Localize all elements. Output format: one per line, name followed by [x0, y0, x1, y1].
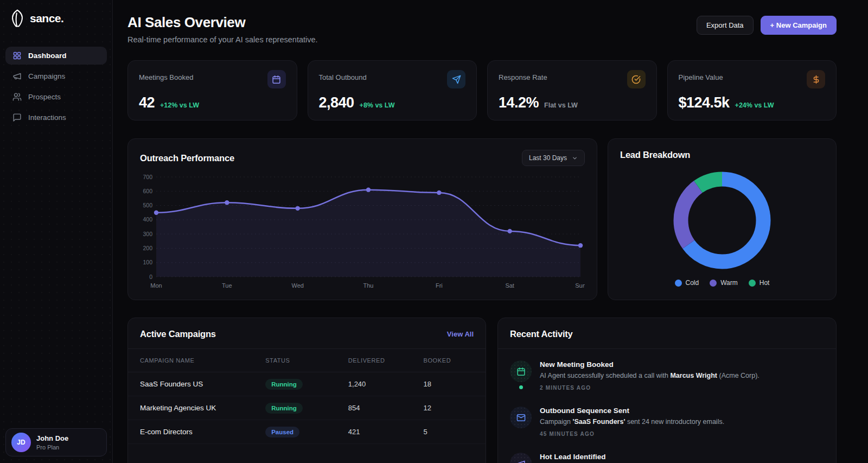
svg-text:Mon: Mon: [150, 282, 162, 289]
recent-activity-panel: Recent Activity New Meeting Booked AI Ag…: [497, 318, 837, 463]
kpi-value: 2,840: [319, 94, 354, 111]
megaphone-icon: [510, 453, 532, 463]
user-plan: Pro Plan: [36, 444, 68, 451]
sidebar: sance. Dashboard Campaigns: [0, 0, 113, 463]
page-title: AI Sales Overview: [127, 14, 318, 31]
status-badge: Running: [265, 379, 303, 390]
svg-text:Sat: Sat: [505, 282, 514, 289]
mail-icon: [510, 407, 532, 428]
kpi-card-pipeline-value: Pipeline Value $124.5k +24% vs LW: [667, 60, 837, 120]
booked-count: 18: [424, 380, 474, 388]
kpi-card-meetings-booked: Meetings Booked 42 +12% vs LW: [127, 60, 297, 120]
kpi-label: Meetings Booked: [139, 70, 193, 81]
svg-text:700: 700: [143, 174, 152, 180]
activity-description: AI Agent successfully scheduled a call w…: [540, 372, 760, 379]
status-badge: Running: [265, 403, 303, 414]
panel-title: Active Campaigns: [140, 329, 216, 339]
svg-text:Sun: Sun: [575, 282, 585, 289]
kpi-card-total-outbound: Total Outbound 2,840 +8% vs LW: [308, 60, 477, 120]
date-range-value: Last 30 Days: [529, 154, 567, 162]
column-header: STATUS: [265, 357, 348, 364]
booked-count: 12: [424, 404, 474, 412]
status-badge: Paused: [265, 427, 299, 437]
kpi-delta: +12% vs LW: [160, 102, 199, 109]
brand: sance.: [5, 8, 107, 28]
campaign-name: E-com Directors: [140, 428, 265, 436]
svg-text:500: 500: [143, 202, 152, 208]
brand-name: sance.: [30, 12, 63, 25]
campaign-name: SaaS Founders US: [140, 380, 265, 388]
calendar-icon: [267, 70, 286, 88]
live-indicator-dot: [519, 385, 523, 389]
export-data-button[interactable]: Export Data: [697, 16, 754, 35]
table-row[interactable]: SaaS Founders US Running 1,240 18: [128, 372, 486, 396]
activity-item: New Meeting Booked AI Agent successfully…: [510, 352, 824, 398]
svg-text:300: 300: [143, 231, 152, 237]
kpi-row: Meetings Booked 42 +12% vs LW Total Outb…: [127, 60, 837, 120]
sidebar-item-interactions[interactable]: Interactions: [5, 109, 107, 126]
activity-timestamp: 45 MINUTES AGO: [540, 431, 724, 437]
user-name: John Doe: [36, 434, 68, 442]
svg-text:100: 100: [143, 259, 152, 265]
sidebar-nav: Dashboard Campaigns Prospects: [5, 47, 107, 126]
check-circle-icon: [627, 70, 646, 88]
table-row[interactable]: E-com Directors Paused 421 5: [128, 420, 486, 444]
activity-item: Hot Lead Identified Positive response re…: [510, 445, 824, 463]
lead-breakdown-donut-chart: [672, 170, 773, 271]
kpi-value: 42: [139, 94, 155, 111]
new-campaign-button[interactable]: + New Campaign: [761, 16, 837, 35]
user-profile-card[interactable]: JD John Doe Pro Plan: [5, 428, 107, 456]
sidebar-item-dashboard[interactable]: Dashboard: [5, 47, 107, 65]
chart-title: Lead Breakdown: [620, 150, 690, 160]
kpi-label: Pipeline Value: [679, 70, 723, 81]
svg-text:Fri: Fri: [436, 282, 443, 289]
kpi-delta: +8% vs LW: [360, 102, 395, 109]
activity-description: Campaign 'SaaS Founders' sent 24 new int…: [540, 418, 724, 426]
delivered-count: 1,240: [348, 380, 424, 388]
avatar: JD: [11, 433, 31, 452]
booked-count: 5: [424, 428, 474, 436]
view-all-link[interactable]: View All: [447, 330, 474, 338]
legend-dot-hot: [749, 280, 756, 287]
table-row[interactable]: Marketing Agencies UK Running 854 12: [128, 396, 486, 420]
kpi-value: 14.2%: [499, 94, 539, 111]
chat-icon: [12, 113, 22, 122]
svg-text:400: 400: [143, 216, 152, 223]
column-header: BOOKED: [424, 357, 474, 364]
activity-timestamp: 2 MINUTES AGO: [540, 385, 760, 391]
kpi-delta: +24% vs LW: [735, 102, 774, 109]
svg-text:200: 200: [143, 245, 152, 251]
svg-text:Tue: Tue: [222, 282, 232, 289]
send-icon: [447, 70, 465, 88]
logo-icon: [10, 9, 25, 28]
calendar-icon: [510, 360, 532, 382]
kpi-card-response-rate: Response Rate 14.2% Flat vs LW: [487, 60, 657, 120]
kpi-delta: Flat vs LW: [544, 102, 578, 109]
outreach-line-chart: 0100200300400500600700MonTueWedThuFriSat…: [140, 170, 585, 292]
chevron-down-icon: [572, 155, 578, 161]
campaign-name: Marketing Agencies UK: [140, 404, 265, 412]
kpi-label: Response Rate: [499, 70, 547, 81]
kpi-value: $124.5k: [679, 94, 730, 111]
active-campaigns-panel: Active Campaigns View All CAMPAIGN NAME …: [127, 318, 486, 463]
column-header: CAMPAIGN NAME: [140, 357, 265, 364]
svg-text:600: 600: [143, 188, 152, 194]
page-subtitle: Real-time performance of your AI sales r…: [127, 35, 318, 44]
megaphone-icon: [12, 72, 22, 81]
delivered-count: 421: [348, 428, 424, 436]
sidebar-item-label: Interactions: [28, 113, 66, 122]
activity-title: New Meeting Booked: [540, 360, 760, 369]
activity-title: Outbound Sequence Sent: [540, 407, 724, 415]
column-header: DELIVERED: [348, 357, 424, 364]
svg-text:0: 0: [149, 274, 152, 280]
sidebar-item-label: Prospects: [28, 93, 61, 101]
outreach-performance-card: Outreach Performance Last 30 Days 010020…: [127, 138, 597, 300]
date-range-select[interactable]: Last 30 Days: [522, 150, 585, 166]
legend-item-warm: Warm: [710, 279, 738, 287]
table-header-row: CAMPAIGN NAME STATUS DELIVERED BOOKED: [128, 349, 486, 372]
sidebar-item-prospects[interactable]: Prospects: [5, 88, 107, 106]
sidebar-item-campaigns[interactable]: Campaigns: [5, 67, 107, 85]
grid-icon: [12, 51, 22, 60]
dollar-icon: [807, 70, 825, 88]
chart-title: Outreach Performance: [140, 153, 234, 163]
